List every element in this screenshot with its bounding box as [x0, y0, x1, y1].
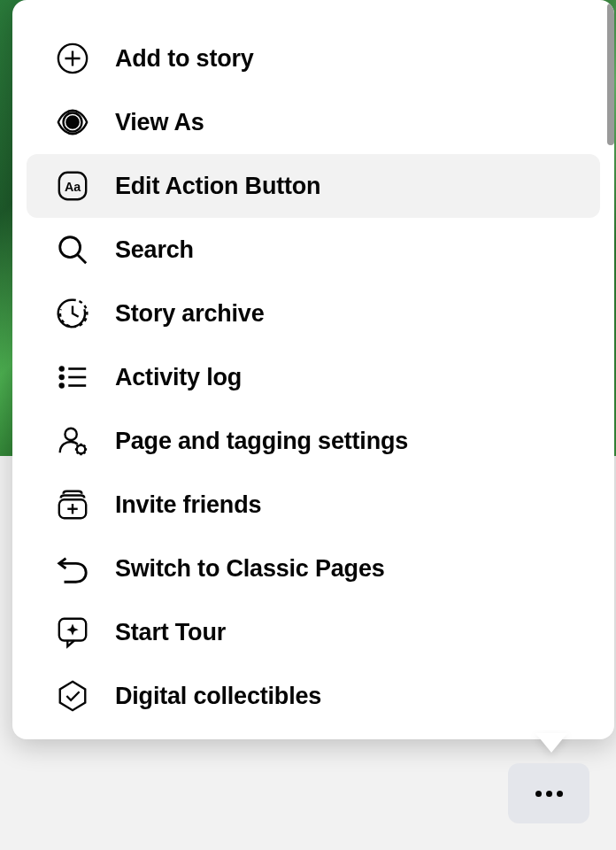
- more-options-button[interactable]: [508, 763, 589, 823]
- svg-line-8: [78, 255, 87, 264]
- scrollbar[interactable]: [607, 4, 614, 145]
- plus-circle-icon: [55, 41, 90, 76]
- menu-item-label: Edit Action Button: [115, 173, 320, 200]
- menu-item-switch-classic-pages[interactable]: Switch to Classic Pages: [27, 537, 600, 600]
- menu-item-label: Start Tour: [115, 619, 226, 646]
- menu-item-label: Story archive: [115, 300, 264, 328]
- menu-item-label: Invite friends: [115, 491, 261, 519]
- menu-item-invite-friends[interactable]: Invite friends: [27, 473, 600, 537]
- svg-point-15: [65, 429, 76, 440]
- page-actions-menu: Add to story View As Aa Edit Action Butt…: [12, 0, 614, 739]
- svg-point-3: [66, 116, 78, 128]
- menu-item-label: Digital collectibles: [115, 683, 321, 710]
- menu-item-search[interactable]: Search: [27, 218, 600, 282]
- svg-text:Aa: Aa: [65, 180, 81, 194]
- menu-item-add-to-story[interactable]: Add to story: [27, 27, 600, 90]
- list-icon: [55, 359, 90, 395]
- menu-item-activity-log[interactable]: Activity log: [27, 345, 600, 409]
- menu-item-view-as[interactable]: View As: [27, 90, 600, 154]
- eye-icon: [55, 104, 90, 140]
- stack-plus-icon: [55, 487, 90, 522]
- hexagon-check-icon: [55, 678, 90, 714]
- menu-item-label: View As: [115, 109, 204, 136]
- popover-tail: [535, 733, 567, 753]
- menu-item-story-archive[interactable]: Story archive: [27, 282, 600, 345]
- menu-item-label: Switch to Classic Pages: [115, 555, 385, 583]
- profile-gear-icon: [55, 423, 90, 459]
- menu-item-label: Activity log: [115, 364, 242, 391]
- svg-marker-21: [60, 682, 86, 710]
- svg-point-11: [60, 384, 64, 388]
- undo-arrow-icon: [55, 551, 90, 586]
- menu-item-label: Search: [115, 236, 194, 264]
- svg-point-9: [60, 367, 64, 371]
- menu-item-edit-action-button[interactable]: Aa Edit Action Button: [27, 154, 600, 218]
- menu-item-digital-collectibles[interactable]: Digital collectibles: [27, 664, 600, 728]
- svg-point-7: [60, 237, 81, 258]
- svg-point-10: [60, 375, 64, 379]
- sparkle-chat-icon: [55, 614, 90, 650]
- menu-item-label: Add to story: [115, 45, 254, 73]
- menu-item-start-tour[interactable]: Start Tour: [27, 600, 600, 664]
- ellipsis-icon: [535, 791, 563, 797]
- search-icon: [55, 232, 90, 267]
- menu-item-label: Page and tagging settings: [115, 428, 408, 455]
- archive-clock-icon: [55, 296, 90, 331]
- aa-badge-icon: Aa: [55, 168, 90, 204]
- menu-item-page-tagging-settings[interactable]: Page and tagging settings: [27, 409, 600, 473]
